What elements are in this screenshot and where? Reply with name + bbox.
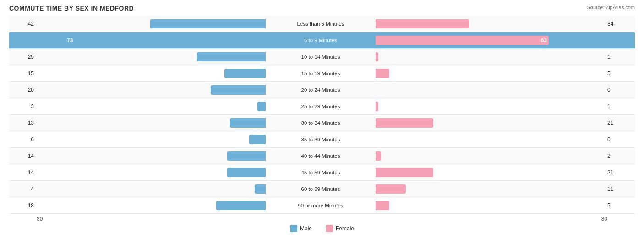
male-bar <box>257 102 266 111</box>
male-bar-area <box>37 168 266 177</box>
male-value: 14 <box>9 169 37 176</box>
legend: Male Female <box>9 225 635 232</box>
male-bar-area: 73 <box>37 36 266 45</box>
row-label: 15 to 19 Minutes <box>266 71 376 76</box>
male-bar-area <box>37 19 266 28</box>
female-bar-area <box>376 151 605 161</box>
female-value: 2 <box>605 153 632 159</box>
table-row: 735 to 9 Minutes63 <box>9 32 635 49</box>
male-bar-area <box>37 184 266 194</box>
male-bar <box>216 201 266 210</box>
row-label: 40 to 44 Minutes <box>266 153 376 159</box>
female-bar <box>376 168 433 177</box>
female-bar <box>376 102 378 111</box>
axis-right-label: 80 <box>601 216 607 222</box>
female-bar-area: 63 <box>376 36 605 45</box>
table-row: 460 to 89 Minutes11 <box>9 181 635 197</box>
table-row: 42Less than 5 Minutes34 <box>9 16 635 32</box>
male-bar-area <box>37 69 266 78</box>
legend-female: Female <box>326 225 354 232</box>
male-value-inside: 73 <box>65 37 75 44</box>
table-row: 1440 to 44 Minutes2 <box>9 148 635 164</box>
female-value: 1 <box>605 103 632 110</box>
female-bar-area <box>376 184 605 194</box>
female-bar <box>376 151 381 161</box>
row-label: 45 to 59 Minutes <box>266 170 376 175</box>
legend-male: Male <box>290 225 312 232</box>
row-label: 10 to 14 Minutes <box>266 54 376 60</box>
female-bar <box>376 201 389 210</box>
female-bar <box>376 52 378 61</box>
bottom-axis: 80 80 <box>9 216 635 222</box>
male-bar <box>230 118 266 128</box>
female-bar <box>376 69 389 78</box>
source-label: Source: ZipAtlas.com <box>587 5 635 10</box>
male-bar <box>150 19 266 28</box>
female-bar-area <box>376 85 605 95</box>
male-value: 14 <box>9 153 37 159</box>
female-value: 11 <box>605 186 632 192</box>
female-value-inside: 63 <box>539 37 549 44</box>
female-bar-area <box>376 118 605 128</box>
legend-male-label: Male <box>300 225 312 232</box>
male-bar <box>227 151 266 161</box>
male-bar <box>224 69 266 78</box>
male-value: 4 <box>9 186 37 192</box>
table-row: 1515 to 19 Minutes5 <box>9 65 635 82</box>
male-bar-area <box>37 52 266 61</box>
male-value: 42 <box>9 21 37 27</box>
female-value: 21 <box>605 169 632 176</box>
female-value: 0 <box>605 87 632 93</box>
chart-area: 42Less than 5 Minutes34735 to 9 Minutes6… <box>9 16 635 214</box>
axis-left-label: 80 <box>37 216 43 222</box>
row-label: 30 to 34 Minutes <box>266 120 376 126</box>
chart-title: COMMUTE TIME BY SEX IN MEDFORD <box>9 5 635 12</box>
row-label: 60 to 89 Minutes <box>266 186 376 192</box>
female-bar-area <box>376 69 605 78</box>
chart-container: COMMUTE TIME BY SEX IN MEDFORD Source: Z… <box>0 0 644 240</box>
female-bar-area <box>376 168 605 177</box>
male-bar-area <box>37 85 266 95</box>
female-bar: 63 <box>376 36 549 45</box>
female-value: 5 <box>605 202 632 209</box>
male-bar <box>255 184 266 194</box>
female-bar <box>376 118 433 128</box>
female-bar <box>376 19 469 28</box>
male-bar-area <box>37 201 266 210</box>
legend-female-label: Female <box>336 225 354 232</box>
male-value: 20 <box>9 87 37 93</box>
male-bar <box>249 135 266 144</box>
male-value: 25 <box>9 54 37 60</box>
table-row: 325 to 29 Minutes1 <box>9 98 635 115</box>
male-value: 6 <box>9 136 37 143</box>
female-bar-area <box>376 135 605 144</box>
table-row: 1330 to 34 Minutes21 <box>9 115 635 131</box>
table-row: 2020 to 24 Minutes0 <box>9 82 635 98</box>
male-bar-area <box>37 135 266 144</box>
legend-female-box <box>326 225 333 232</box>
female-bar-area <box>376 19 605 28</box>
legend-male-box <box>290 225 297 232</box>
row-label: 25 to 29 Minutes <box>266 104 376 109</box>
row-label: 35 to 39 Minutes <box>266 137 376 142</box>
female-value: 34 <box>605 21 632 27</box>
male-bar-area <box>37 118 266 128</box>
row-label: 20 to 24 Minutes <box>266 87 376 93</box>
table-row: 1890 or more Minutes5 <box>9 197 635 214</box>
table-row: 1445 to 59 Minutes21 <box>9 164 635 181</box>
female-value: 5 <box>605 70 632 77</box>
table-row: 2510 to 14 Minutes1 <box>9 49 635 65</box>
female-bar <box>376 184 406 194</box>
male-bar <box>227 168 266 177</box>
female-bar-area <box>376 52 605 61</box>
male-value: 13 <box>9 120 37 126</box>
row-label: 90 or more Minutes <box>266 203 376 208</box>
male-value: 3 <box>9 103 37 110</box>
male-bar-area <box>37 102 266 111</box>
female-bar-area <box>376 201 605 210</box>
row-label: 5 to 9 Minutes <box>266 38 376 43</box>
male-bar: 73 <box>65 36 266 45</box>
male-value: 18 <box>9 202 37 209</box>
row-label: Less than 5 Minutes <box>266 21 376 27</box>
table-row: 635 to 39 Minutes0 <box>9 131 635 148</box>
